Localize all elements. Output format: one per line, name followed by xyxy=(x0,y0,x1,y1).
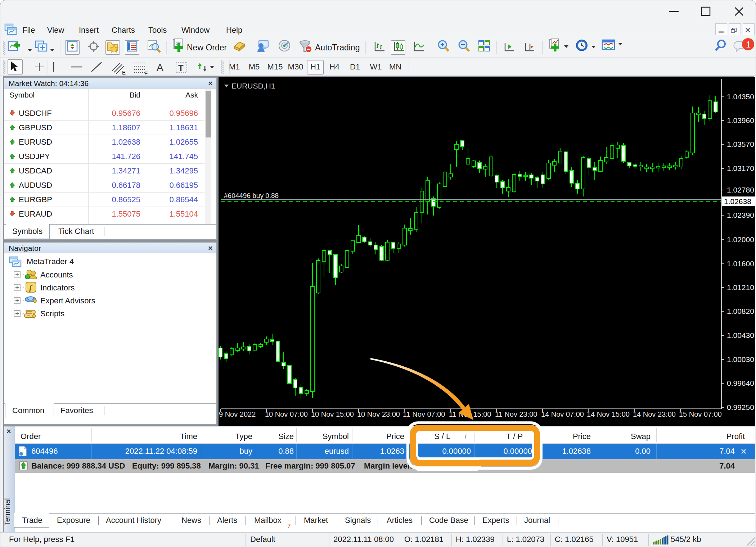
svg-text:T: T xyxy=(178,63,184,73)
svg-text:1.00820: 1.00820 xyxy=(727,307,754,315)
svg-text:1.04350: 1.04350 xyxy=(727,92,754,101)
svg-text:15 Nov 07:00: 15 Nov 07:00 xyxy=(679,410,722,418)
svg-text:0.99250: 0.99250 xyxy=(727,403,754,411)
svg-text:1.02638: 1.02638 xyxy=(724,197,751,205)
svg-text:1.02000: 1.02000 xyxy=(727,235,754,244)
svg-text:14 Nov 23:00: 14 Nov 23:00 xyxy=(633,410,676,418)
svg-text:10 Nov 15:00: 10 Nov 15:00 xyxy=(311,410,354,418)
svg-text:1: 1 xyxy=(746,40,751,49)
svg-text:11 Nov 23:00: 11 Nov 23:00 xyxy=(495,410,537,418)
svg-text:1.00430: 1.00430 xyxy=(727,331,754,339)
svg-text:E: E xyxy=(122,69,126,76)
svg-text:11 Nov 07:00: 11 Nov 07:00 xyxy=(403,410,445,418)
svg-text:11 Nov 15:00: 11 Nov 15:00 xyxy=(449,410,491,418)
svg-text:A: A xyxy=(157,62,163,73)
svg-text:1.01210: 1.01210 xyxy=(727,283,754,291)
svg-text:1.02390: 1.02390 xyxy=(727,211,754,219)
svg-text:14 Nov 15:00: 14 Nov 15:00 xyxy=(587,410,630,418)
svg-text:F: F xyxy=(144,70,148,76)
svg-text:10 Nov 23:00: 10 Nov 23:00 xyxy=(357,410,400,418)
svg-text:0.99640: 0.99640 xyxy=(727,379,754,387)
svg-text:9 Nov 2022: 9 Nov 2022 xyxy=(219,410,256,418)
svg-text:1.03170: 1.03170 xyxy=(727,164,754,172)
svg-text:1.03960: 1.03960 xyxy=(727,116,754,125)
svg-text:1.00030: 1.00030 xyxy=(727,355,754,363)
svg-text:#604496 buy 0.88: #604496 buy 0.88 xyxy=(224,192,279,199)
svg-text:14 Nov 07:00: 14 Nov 07:00 xyxy=(541,410,584,418)
svg-text:1.03570: 1.03570 xyxy=(727,140,754,148)
svg-text:1.02780: 1.02780 xyxy=(727,186,754,194)
svg-text:EURUSD,H1: EURUSD,H1 xyxy=(231,82,275,90)
svg-text:10 Nov 07:00: 10 Nov 07:00 xyxy=(265,410,308,418)
svg-text:1.01600: 1.01600 xyxy=(727,259,754,268)
